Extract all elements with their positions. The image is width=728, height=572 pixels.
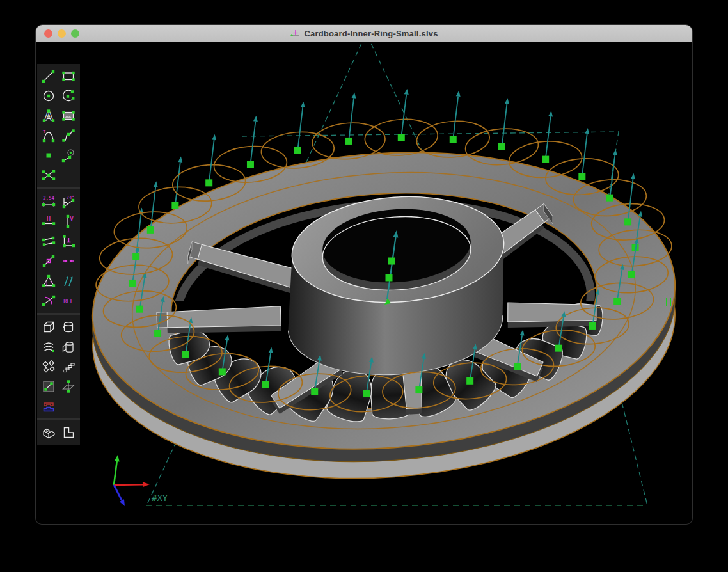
tool-equal-button[interactable]: [39, 231, 59, 251]
svg-text:2.54: 2.54: [43, 195, 55, 200]
arc-icon: [61, 88, 76, 104]
helix-icon: [41, 339, 56, 354]
perpendicular-icon: [61, 234, 76, 249]
axis-triad: [114, 455, 150, 506]
tool-image-button[interactable]: [59, 106, 79, 125]
extrude-icon: [41, 319, 56, 335]
title-bar[interactable]: Cardboard-Inner-Ring-Small.slvs: [36, 25, 692, 42]
distance-icon: 2.54: [41, 194, 56, 209]
reference-icon: REF: [61, 293, 76, 308]
tangent-arc-icon: T: [41, 128, 56, 143]
toolbar-section-view-tools: [37, 418, 80, 445]
sketch-in-plane-icon: [61, 379, 76, 394]
tool-point-button[interactable]: [39, 145, 59, 165]
tool-extrude-button[interactable]: [39, 317, 59, 337]
traffic-lights: [44, 25, 79, 42]
hole-circle[interactable]: [363, 89, 439, 158]
construction-icon: [61, 148, 76, 163]
lathe-icon: [61, 319, 76, 335]
horizontal-icon: H: [41, 214, 56, 229]
hub-cylinder[interactable]: [288, 196, 503, 374]
point-on-line-icon: [41, 253, 56, 269]
line-icon: [41, 68, 56, 84]
parallel-icon: [61, 273, 76, 289]
tool-construction-button[interactable]: [59, 145, 79, 165]
window-title: Cardboard-Inner-Ring-Small.slvs: [304, 29, 438, 38]
other-angle-icon: [41, 293, 56, 308]
tool-tangent-arc-button[interactable]: T: [39, 125, 59, 145]
tool-symmetric-button[interactable]: [59, 251, 79, 271]
step-rotate-icon: [41, 359, 56, 374]
iso-view-icon: [41, 425, 56, 440]
rectangle-icon: [61, 68, 76, 84]
zoom-button[interactable]: [71, 29, 79, 38]
tool-lathe-button[interactable]: [59, 317, 79, 337]
svg-text:V: V: [70, 214, 74, 221]
revolve-icon: [61, 339, 76, 354]
equal-angles-icon: [41, 273, 56, 289]
tool-sketch-in-plane-button[interactable]: [59, 376, 79, 396]
step-translate-icon: [61, 359, 76, 374]
toolbar-section-constraint-tools: 2.5474°HVREF: [37, 187, 80, 313]
toolbar-section-sketch-tools: AT: [37, 64, 80, 187]
tool-arc-button[interactable]: [59, 86, 79, 106]
tool-equal-angles-button[interactable]: [39, 271, 59, 290]
title-group: Cardboard-Inner-Ring-Small.slvs: [290, 28, 438, 40]
tool-angle-button[interactable]: 74°: [59, 191, 79, 211]
tool-parallel-button[interactable]: [59, 271, 79, 290]
split-curves-icon: [41, 168, 56, 183]
tool-step-translate-button[interactable]: [59, 356, 79, 376]
tool-other-angle-button[interactable]: [39, 290, 59, 310]
symmetric-icon: [61, 253, 76, 269]
link-icon: [41, 399, 56, 414]
sketch-in-3d-icon: [41, 379, 56, 394]
minimize-button[interactable]: [58, 29, 66, 38]
workplane-label: #XY: [152, 493, 168, 503]
svg-text:T: T: [43, 129, 46, 134]
tool-palette: AT2.5474°HVREF: [36, 63, 81, 445]
equal-icon: [41, 234, 56, 249]
app-window: Cardboard-Inner-Ring-Small.slvs AT2.5474…: [36, 25, 692, 524]
circle-icon: [41, 88, 56, 104]
bezier-icon: [61, 128, 76, 143]
angle-icon: 74°: [61, 194, 76, 209]
tool-circle-button[interactable]: [39, 86, 59, 106]
text-icon: A: [41, 108, 56, 123]
tool-point-on-line-button[interactable]: [39, 251, 59, 271]
close-button[interactable]: [44, 29, 52, 38]
tool-ortho-view-button[interactable]: [59, 422, 79, 442]
tool-vertical-button[interactable]: V: [59, 211, 79, 231]
tool-text-button[interactable]: A: [39, 106, 59, 125]
model-scene[interactable]: #XY: [36, 42, 692, 523]
point-icon: [41, 148, 56, 163]
tool-revolve-button[interactable]: [59, 337, 79, 356]
tool-sketch-in-3d-button[interactable]: [39, 376, 59, 396]
tool-step-rotate-button[interactable]: [39, 356, 59, 376]
document-icon: [290, 28, 300, 40]
cad-viewport[interactable]: AT2.5474°HVREF #XY: [36, 42, 692, 523]
toolbar-section-group-tools: [37, 313, 80, 418]
tool-link-button[interactable]: [39, 396, 59, 416]
tool-bezier-button[interactable]: [59, 125, 79, 145]
vertical-icon: V: [61, 214, 76, 229]
ortho-view-icon: [61, 425, 76, 440]
tool-horizontal-button[interactable]: H: [39, 211, 59, 231]
tool-perpendicular-button[interactable]: [59, 231, 79, 251]
tool-rectangle-button[interactable]: [59, 66, 79, 86]
tool-line-button[interactable]: [39, 66, 59, 86]
tool-iso-view-button[interactable]: [39, 422, 59, 442]
tool-distance-button[interactable]: 2.54: [39, 191, 59, 211]
image-icon: [61, 108, 76, 123]
tool-helix-button[interactable]: [39, 337, 59, 356]
tool-split-curves-button[interactable]: [39, 165, 59, 185]
svg-text:REF: REF: [63, 298, 73, 304]
svg-text:H: H: [47, 215, 51, 222]
tool-reference-button[interactable]: REF: [59, 290, 79, 310]
xy-workplane[interactable]: #XY: [146, 493, 647, 505]
